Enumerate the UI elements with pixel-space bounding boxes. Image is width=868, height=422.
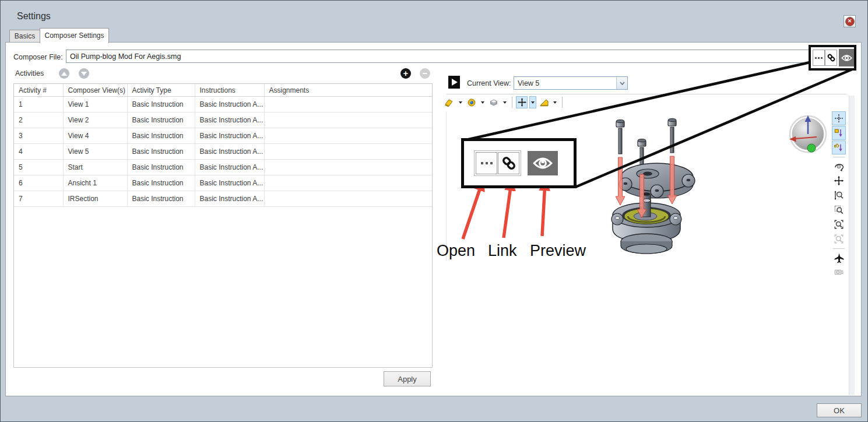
caret-down-icon: [459, 101, 462, 104]
visibility-icon: [467, 98, 476, 107]
zoom-window-icon: [834, 205, 844, 215]
activities-table: Activity # Composer View(s) Activity Typ…: [13, 83, 433, 368]
current-view-value: View 5: [514, 79, 616, 87]
settings-dialog: { "window": { "title": "Settings" }, "ta…: [0, 0, 868, 422]
col-composer-views[interactable]: Composer View(s): [63, 84, 127, 97]
move-button[interactable]: [516, 96, 528, 108]
bom-wedge-dropdown[interactable]: [551, 96, 558, 108]
composer-file-label: Composer File:: [13, 53, 63, 61]
airplane-icon: [834, 252, 845, 263]
toolbar-separator: [562, 97, 563, 108]
layers-button[interactable]: [488, 96, 500, 108]
oil-pump-3d-model[interactable]: [601, 107, 721, 254]
viewport-side-toolbar: [832, 111, 846, 280]
eye-icon: [533, 157, 553, 170]
open-label: Open: [437, 242, 475, 260]
tab-basics[interactable]: Basics: [9, 30, 40, 43]
activities-label: Activities: [15, 69, 44, 78]
caret-down-icon: [503, 101, 507, 104]
open-link-button-group: [474, 150, 521, 176]
toolbar-separator: [512, 97, 512, 108]
magnified-callout-box: [461, 138, 577, 188]
table-row[interactable]: 4View 5Basic InstructionBasic Instructio…: [14, 144, 432, 160]
preview-label: Preview: [530, 242, 586, 260]
chain-icon: [827, 53, 836, 62]
zoom-area-button[interactable]: [832, 217, 846, 231]
zoom-button[interactable]: [832, 188, 846, 202]
layers-dropdown[interactable]: [501, 96, 508, 108]
caret-down-icon: [481, 101, 484, 104]
zoom-area-icon: [834, 219, 844, 230]
col-activity-type[interactable]: Activity Type: [127, 84, 195, 97]
viewer-toolbar: [444, 96, 564, 109]
translate-path-button[interactable]: [832, 140, 846, 154]
caret-down-icon: [553, 101, 557, 104]
caret-down-icon: [531, 101, 535, 104]
link-button-magnified[interactable]: [498, 152, 519, 174]
remove-activity-button[interactable]: −: [420, 68, 430, 79]
play-icon: [452, 79, 458, 86]
close-button[interactable]: ✕: [844, 15, 856, 27]
camera-icon: [834, 267, 844, 277]
toolbar-separator: [833, 157, 845, 157]
current-view-select[interactable]: View 5: [514, 76, 628, 90]
apply-button[interactable]: Apply: [384, 371, 431, 386]
up-arrow-icon: [61, 72, 67, 76]
zoom-fit-icon: [834, 234, 844, 244]
visibility-dropdown[interactable]: [479, 96, 486, 108]
visibility-button[interactable]: [466, 96, 477, 108]
y-axis-ball: [807, 144, 816, 152]
move-dropdown[interactable]: [529, 96, 536, 108]
layers-icon: [489, 98, 498, 107]
table-row[interactable]: 7IRSectionBasic InstructionBasic Instruc…: [14, 191, 432, 207]
table-row[interactable]: 6Ansicht 1Basic InstructionBasic Instruc…: [14, 175, 432, 191]
move-down-button[interactable]: [79, 68, 89, 79]
open-button-magnified[interactable]: [476, 152, 497, 174]
link-label: Link: [488, 242, 517, 260]
pan-icon: [834, 175, 844, 186]
table-header-row: Activity # Composer View(s) Activity Typ…: [14, 84, 432, 97]
bom-wedge-icon: [539, 98, 549, 107]
zoom-window-button[interactable]: [832, 203, 846, 217]
tab-composer-settings[interactable]: Composer Settings: [40, 28, 109, 43]
preview-button-magnified[interactable]: [528, 151, 558, 175]
current-view-label: Current View:: [467, 79, 511, 87]
close-icon: ✕: [845, 17, 855, 26]
preview-button[interactable]: [839, 49, 854, 66]
pan-button[interactable]: [832, 174, 846, 188]
composer-file-input[interactable]: [66, 50, 810, 63]
dropdown-arrow-icon[interactable]: [616, 77, 627, 89]
eye-icon: [841, 54, 852, 62]
col-instructions[interactable]: Instructions: [195, 84, 264, 97]
ghost-mode-dropdown[interactable]: [457, 96, 464, 108]
orbit-icon: [834, 161, 844, 171]
table-row[interactable]: 2View 2Basic InstructionBasic Instructio…: [14, 112, 432, 128]
ghost-mode-button[interactable]: [444, 96, 455, 108]
table-row[interactable]: 5StartBasic InstructionBasic Instruction…: [14, 160, 432, 175]
bom-wedge-button[interactable]: [538, 96, 550, 108]
viewport-left-edge: [446, 111, 447, 261]
move-up-button[interactable]: [59, 68, 69, 79]
translate-cube-button[interactable]: [832, 126, 846, 140]
orbit-button[interactable]: [832, 159, 846, 173]
zoom-fit-button-disabled: [832, 232, 846, 246]
translate-path-icon: [834, 142, 844, 153]
minus-icon: −: [423, 69, 428, 78]
ok-button[interactable]: OK: [817, 403, 862, 417]
open-button[interactable]: [813, 50, 825, 66]
free-move-icon: [834, 113, 844, 124]
panel-separator: [447, 94, 846, 94]
table-row[interactable]: 3View 4Basic InstructionBasic Instructio…: [14, 128, 432, 144]
add-activity-button[interactable]: +: [400, 68, 411, 79]
fly-through-button[interactable]: [832, 251, 846, 265]
viewport-right-strip: [849, 96, 855, 395]
play-button[interactable]: [448, 76, 460, 89]
free-move-button[interactable]: [832, 111, 846, 125]
navigation-sphere[interactable]: [788, 114, 828, 154]
col-assignments[interactable]: Assignments: [264, 84, 432, 97]
pump-cover-plate: [619, 163, 695, 198]
link-button[interactable]: [825, 50, 837, 66]
table-row[interactable]: 1View 1Basic InstructionBasic Instructio…: [14, 97, 432, 112]
composer-file-callout-box: [809, 45, 856, 71]
col-activity-number[interactable]: Activity #: [14, 84, 63, 97]
